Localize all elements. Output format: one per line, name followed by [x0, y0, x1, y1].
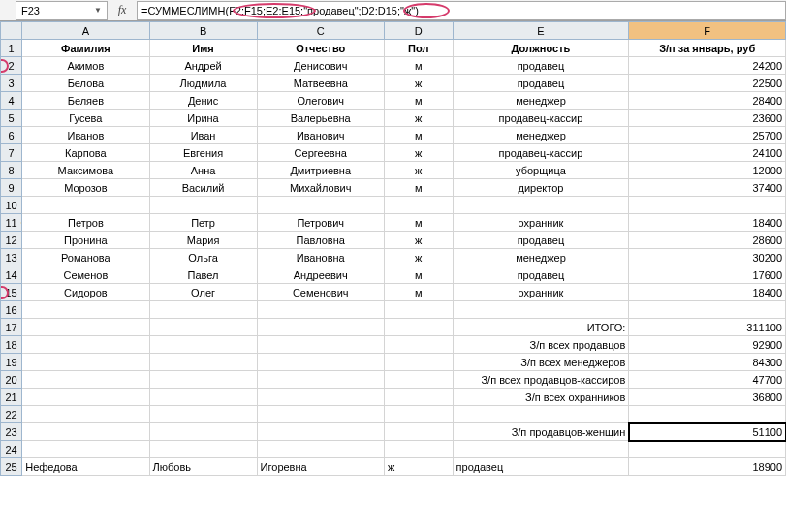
cell[interactable]: [257, 389, 384, 406]
cell[interactable]: [149, 197, 257, 214]
header-cell[interactable]: Пол: [384, 40, 453, 57]
cell[interactable]: 17600: [629, 266, 786, 284]
cell[interactable]: [453, 406, 629, 423]
cell[interactable]: директор: [453, 179, 629, 197]
cell[interactable]: [384, 441, 453, 458]
cell[interactable]: Олег: [149, 284, 257, 301]
cell[interactable]: ж: [384, 162, 453, 179]
cell[interactable]: [22, 441, 149, 458]
cell[interactable]: [149, 441, 257, 458]
cell[interactable]: менеджер: [453, 249, 629, 266]
col-header-D[interactable]: D: [384, 22, 453, 40]
cell[interactable]: 18400: [629, 284, 786, 301]
row-header[interactable]: 5: [1, 110, 22, 127]
cell[interactable]: ж: [384, 232, 453, 249]
col-header-C[interactable]: C: [257, 22, 384, 40]
cell[interactable]: Ивановна: [257, 249, 384, 266]
row-header[interactable]: 8: [1, 162, 22, 179]
cell[interactable]: З/п всех продавцов-кассиров: [453, 371, 629, 389]
cell[interactable]: ИТОГО:: [453, 319, 629, 336]
cell[interactable]: Семенов: [22, 266, 149, 284]
cell[interactable]: Любовь: [149, 458, 257, 476]
cell[interactable]: м: [384, 92, 453, 110]
cell[interactable]: м: [384, 179, 453, 197]
row-header[interactable]: 23: [1, 423, 22, 441]
cell[interactable]: продавец: [453, 458, 629, 476]
cell[interactable]: [384, 423, 453, 441]
header-cell[interactable]: Должность: [453, 40, 629, 57]
header-cell[interactable]: Имя: [149, 40, 257, 57]
cell[interactable]: З/п всех менеджеров: [453, 354, 629, 371]
cell[interactable]: [149, 354, 257, 371]
row-header[interactable]: 1: [1, 40, 22, 57]
cell[interactable]: [22, 371, 149, 389]
cell[interactable]: охранник: [453, 214, 629, 232]
row-header[interactable]: 25: [1, 458, 22, 476]
cell[interactable]: [629, 441, 786, 458]
cell[interactable]: [257, 336, 384, 354]
cell[interactable]: [257, 406, 384, 423]
cell[interactable]: м: [384, 57, 453, 75]
cell[interactable]: [629, 406, 786, 423]
cell[interactable]: Денисович: [257, 57, 384, 75]
cell[interactable]: [384, 336, 453, 354]
cell[interactable]: 28600: [629, 232, 786, 249]
cell[interactable]: З/п всех охранников: [453, 389, 629, 406]
cell[interactable]: Романова: [22, 249, 149, 266]
cell[interactable]: [384, 301, 453, 319]
fx-button[interactable]: fx: [113, 2, 131, 19]
cell[interactable]: [149, 406, 257, 423]
cell[interactable]: менеджер: [453, 127, 629, 144]
cell[interactable]: [384, 354, 453, 371]
cell[interactable]: Гусева: [22, 110, 149, 127]
cell[interactable]: [149, 319, 257, 336]
cell[interactable]: [453, 197, 629, 214]
cell[interactable]: Андреевич: [257, 266, 384, 284]
name-box[interactable]: F23 ▼: [16, 1, 108, 20]
cell[interactable]: [149, 301, 257, 319]
cell[interactable]: 92900: [629, 336, 786, 354]
row-header[interactable]: 21: [1, 389, 22, 406]
row-header[interactable]: 19: [1, 354, 22, 371]
cell[interactable]: ж: [384, 249, 453, 266]
cell[interactable]: [257, 301, 384, 319]
cell[interactable]: Морозов: [22, 179, 149, 197]
cell[interactable]: 12000: [629, 162, 786, 179]
cell[interactable]: Петрович: [257, 214, 384, 232]
cell[interactable]: [22, 354, 149, 371]
cell[interactable]: 24100: [629, 144, 786, 162]
cell[interactable]: Иванович: [257, 127, 384, 144]
col-header-E[interactable]: E: [453, 22, 629, 40]
cell[interactable]: м: [384, 284, 453, 301]
cell[interactable]: [257, 371, 384, 389]
cell[interactable]: Иван: [149, 127, 257, 144]
row-header[interactable]: 3: [1, 75, 22, 92]
cell[interactable]: Петров: [22, 214, 149, 232]
cell[interactable]: Иванов: [22, 127, 149, 144]
cell[interactable]: З/п всех продавцов: [453, 336, 629, 354]
row-header[interactable]: 6: [1, 127, 22, 144]
cell[interactable]: 18400: [629, 214, 786, 232]
cell[interactable]: Олегович: [257, 92, 384, 110]
cell[interactable]: [257, 319, 384, 336]
cell[interactable]: уборщица: [453, 162, 629, 179]
cell[interactable]: м: [384, 266, 453, 284]
cell[interactable]: [257, 423, 384, 441]
cell[interactable]: 24200: [629, 57, 786, 75]
cell[interactable]: 37400: [629, 179, 786, 197]
cell[interactable]: Денис: [149, 92, 257, 110]
cell[interactable]: [257, 354, 384, 371]
row-header[interactable]: 9: [1, 179, 22, 197]
row-header[interactable]: 17: [1, 319, 22, 336]
cell[interactable]: 22500: [629, 75, 786, 92]
cell[interactable]: 84300: [629, 354, 786, 371]
cell[interactable]: охранник: [453, 284, 629, 301]
cell[interactable]: 18900: [629, 458, 786, 476]
cell[interactable]: [149, 336, 257, 354]
cell[interactable]: ж: [384, 75, 453, 92]
cell[interactable]: продавец: [453, 266, 629, 284]
cell[interactable]: Евгения: [149, 144, 257, 162]
cell[interactable]: Игоревна: [257, 458, 384, 476]
cell[interactable]: Василий: [149, 179, 257, 197]
cell[interactable]: Матвеевна: [257, 75, 384, 92]
